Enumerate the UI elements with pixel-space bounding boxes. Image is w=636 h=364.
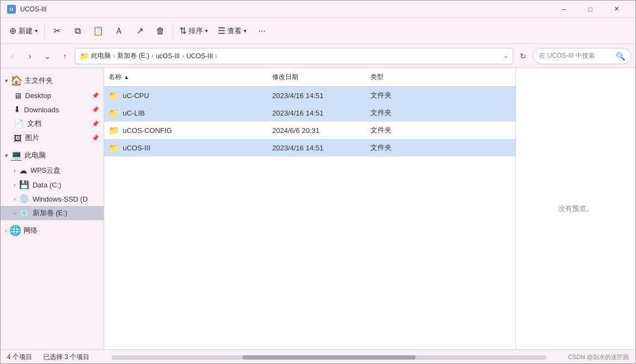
paste-icon: 📋 — [93, 27, 104, 35]
pictures-pin-icon: 📌 — [92, 135, 99, 142]
file-date-cell: 2023/4/16 14:51 — [268, 144, 366, 152]
file-type-cell: 文件夹 — [366, 108, 431, 118]
folder-icon: 📁 — [109, 108, 119, 118]
documents-pin-icon: 📌 — [92, 120, 99, 128]
sidebar-item-downloads[interactable]: ⬇ Downloads 📌 — [1, 102, 104, 117]
copy-button[interactable]: ⧉ — [68, 20, 87, 42]
view-icon: ☰ — [218, 26, 225, 36]
folder-icon: 📁 — [109, 90, 119, 101]
window-controls: ─ □ ✕ — [551, 1, 629, 18]
refresh-button[interactable]: ↻ — [515, 48, 531, 64]
sidebar-item-ddrive[interactable]: › 💿 Windows-SSD (D — [1, 192, 104, 206]
csdn-watermark: CSDN @划水的迷茫跑 — [568, 353, 629, 361]
sort-button[interactable]: ⇅ 排序 ▾ — [175, 20, 212, 42]
main-folder-label: 主文件夹 — [25, 76, 53, 86]
sidebar-item-documents[interactable]: 📄 文档 📌 — [1, 117, 104, 131]
new-button[interactable]: ⊕ 新建 ▾ — [5, 20, 42, 42]
desktop-icon: 🖥 — [14, 91, 22, 100]
file-name-cell: 📁uCOS-CONFIG — [104, 125, 268, 136]
file-name-cell: 📁uC-LIB — [104, 108, 268, 118]
file-type-cell: 文件夹 — [366, 143, 431, 153]
col-header-name[interactable]: 名称 ▲ — [104, 70, 268, 84]
horizontal-scrollbar[interactable] — [111, 355, 546, 360]
table-row[interactable]: 📁uCOS-III2023/4/16 14:51文件夹 — [104, 139, 515, 156]
address-part-4: UCOS-III — [187, 52, 213, 60]
file-list: 📁uC-CPU2023/4/16 14:51文件夹📁uC-LIB2023/4/1… — [104, 87, 515, 349]
sidebar: ▾ 🏠 主文件夹 🖥 Desktop 📌 ⬇ Downloads 📌 📄 文档 … — [1, 68, 104, 349]
col-header-date[interactable]: 修改日期 — [268, 70, 366, 84]
minimize-button[interactable]: ─ — [551, 1, 577, 18]
share-button[interactable]: ↗ — [130, 20, 149, 42]
desktop-pin-icon: 📌 — [92, 92, 99, 99]
this-pc-label: 此电脑 — [25, 150, 46, 160]
dropdown-history-button[interactable]: ⌄ — [40, 48, 55, 64]
ddrive-expand-icon: › — [14, 196, 16, 202]
address-bar[interactable]: 📁 此电脑 › 新加卷 (E:) › ucOS-III › UCOS-III ›… — [75, 48, 513, 64]
maximize-button[interactable]: □ — [578, 1, 603, 18]
sidebar-item-wps[interactable]: › ☁ WPS云盘 — [1, 163, 104, 178]
file-name-text: uCOS-CONFIG — [123, 126, 172, 135]
status-bar: 4 个项目 已选择 3 个项目 CSDN @划水的迷茫跑 — [1, 349, 635, 364]
sidebar-item-desktop[interactable]: 🖥 Desktop 📌 — [1, 89, 104, 102]
address-dropdown-icon[interactable]: ⌄ — [503, 52, 508, 59]
sidebar-item-edrive[interactable]: › 💿 新加卷 (E:) — [1, 206, 104, 220]
back-button[interactable]: ‹ — [5, 48, 20, 64]
no-preview-text: 没有预览。 — [558, 204, 593, 214]
network-label: 网络 — [23, 226, 38, 235]
column-headers: 名称 ▲ 修改日期 类型 — [104, 68, 515, 87]
sidebar-documents-label: 文档 — [27, 119, 99, 129]
selected-count: 已选择 3 个项目 — [43, 353, 89, 362]
sidebar-desktop-label: Desktop — [25, 92, 99, 100]
window-title: UCOS-III — [20, 5, 551, 13]
sidebar-ddrive-label: Windows-SSD (D — [33, 195, 99, 203]
view-label: 查看 — [227, 26, 242, 36]
search-box[interactable]: 在 UCOS-III 中搜索 🔍 — [533, 48, 631, 64]
new-dropdown-icon: ▾ — [35, 28, 38, 34]
paste-button[interactable]: 📋 — [88, 20, 108, 42]
cut-button[interactable]: ✂ — [47, 20, 67, 42]
sidebar-main-folder-header[interactable]: ▾ 🏠 主文件夹 — [1, 72, 104, 89]
cdrive-expand-icon: › — [14, 181, 16, 188]
ddrive-icon: 💿 — [19, 194, 29, 204]
item-count: 4 个项目 — [7, 353, 32, 362]
downloads-icon: ⬇ — [14, 105, 21, 114]
sidebar-edrive-label: 新加卷 (E:) — [33, 208, 99, 218]
file-area: 名称 ▲ 修改日期 类型 📁uC-CPU2023/4/16 14:51文件夹📁u… — [104, 68, 515, 349]
more-icon: ··· — [258, 27, 265, 35]
table-row[interactable]: 📁uCOS-CONFIG2024/6/6 20:31文件夹 — [104, 122, 515, 139]
toolbar: ⊕ 新建 ▾ ✂ ⧉ 📋 Ａ ↗ 🗑 ⇅ 排序 ▾ ☰ 查看 ▾ ··· — [1, 18, 635, 44]
table-row[interactable]: 📁uC-LIB2023/4/16 14:51文件夹 — [104, 104, 515, 122]
close-button[interactable]: ✕ — [604, 1, 629, 18]
address-sep-4: › — [215, 52, 217, 60]
file-date-cell: 2023/4/16 14:51 — [268, 109, 366, 117]
file-type-cell: 文件夹 — [366, 90, 431, 100]
wps-icon: ☁ — [19, 166, 27, 175]
nav-bar: ‹ › ⌄ ↑ 📁 此电脑 › 新加卷 (E:) › ucOS-III › UC… — [1, 44, 635, 68]
toolbar-separator-2 — [172, 23, 173, 39]
rename-button[interactable]: Ａ — [109, 20, 129, 42]
search-icon[interactable]: 🔍 — [616, 52, 625, 60]
folder-icon: 📁 — [109, 143, 119, 153]
sidebar-pc-section: ▾ 💻 此电脑 › ☁ WPS云盘 › 💾 Data (C:) › 💿 Wind… — [1, 147, 104, 220]
address-part-1: 此电脑 — [91, 51, 111, 60]
sidebar-item-cdrive[interactable]: › 💾 Data (C:) — [1, 178, 104, 192]
downloads-pin-icon: 📌 — [92, 106, 99, 113]
folder-icon: 📁 — [109, 125, 119, 136]
sort-arrow-icon: ▲ — [124, 74, 129, 80]
sidebar-main-section: ▾ 🏠 主文件夹 🖥 Desktop 📌 ⬇ Downloads 📌 📄 文档 … — [1, 72, 104, 145]
up-button[interactable]: ↑ — [57, 48, 73, 64]
view-button[interactable]: ☰ 查看 ▾ — [213, 20, 251, 42]
sidebar-downloads-label: Downloads — [24, 106, 99, 114]
table-row[interactable]: 📁uC-CPU2023/4/16 14:51文件夹 — [104, 87, 515, 104]
sort-icon: ⇅ — [179, 26, 187, 36]
edrive-expand-icon: › — [14, 210, 16, 216]
sidebar-this-pc-header[interactable]: ▾ 💻 此电脑 — [1, 147, 104, 163]
address-part-3: ucOS-III — [156, 52, 180, 60]
col-header-type[interactable]: 类型 — [366, 70, 431, 84]
forward-button[interactable]: › — [22, 48, 38, 64]
more-button[interactable]: ··· — [252, 20, 272, 42]
sidebar-item-pictures[interactable]: 🖼 图片 📌 — [1, 131, 104, 145]
sidebar-network-header[interactable]: › 🌐 网络 — [1, 222, 104, 239]
delete-button[interactable]: 🗑 — [151, 20, 170, 42]
this-pc-chevron: ▾ — [5, 152, 8, 159]
